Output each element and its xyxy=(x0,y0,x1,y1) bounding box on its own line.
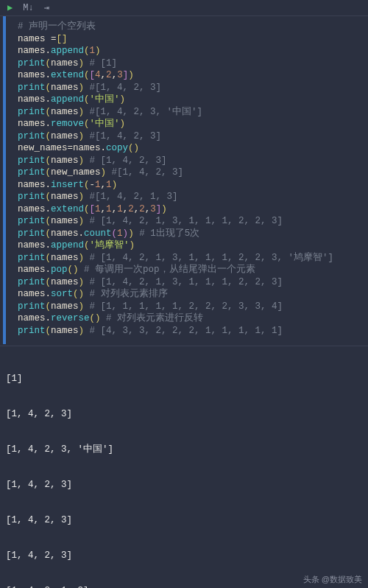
code-line: print(names) # [1, 1, 1, 1, 1, 2, 2, 2, … xyxy=(10,301,368,313)
notebook-toolbar: ▶ M↓ ⇥ xyxy=(0,0,368,16)
watermark: 头条 @数据致美 xyxy=(303,574,362,585)
code-line: print(names) #[1, 4, 2, 1, 3] xyxy=(10,191,368,203)
code-line: new_names=names.copy() xyxy=(10,142,368,155)
code-line: print(names) # [1, 4, 2, 1, 3, 1, 1, 1, … xyxy=(10,252,368,265)
code-line: print(names) #[1, 4, 2, 3] xyxy=(10,130,368,143)
cell-output: [1] [1, 4, 2, 3] [1, 4, 2, 3, '中国'] [1, … xyxy=(0,346,368,588)
code-line: names.reverse() # 对列表元素进行反转 xyxy=(10,312,368,325)
output-line: [1] xyxy=(6,373,362,385)
code-line: print(names.count(1)) # 1出现了5次 xyxy=(10,228,368,240)
code-cell[interactable]: # 声明一个空列表 names =[] names.append(1) prin… xyxy=(3,16,368,344)
code-line: print(names) # [1, 4, 2, 1, 3, 1, 1, 1, … xyxy=(10,215,368,228)
output-line: [1, 4, 2, 3] xyxy=(6,550,362,561)
code-line: names.extend([1,1,1,2,2,3]) xyxy=(10,203,368,216)
code-line: print(names) # [1, 4, 2, 3] xyxy=(10,155,368,167)
code-line: names =[] xyxy=(10,33,368,46)
code-line: names.extend([4,2,3]) xyxy=(10,69,368,82)
code-line: # 声明一个空列表 xyxy=(10,21,368,33)
code-line: names.remove('中国') xyxy=(10,118,368,130)
code-line: names.pop() # 每调用一次pop，从结尾弹出一个元素 xyxy=(10,264,368,276)
code-line: print(new_names) #[1, 4, 2, 3] xyxy=(10,167,368,179)
output-line: [1, 4, 2, 3] xyxy=(6,514,362,526)
output-line: [1, 4, 2, 1, 3] xyxy=(6,585,362,588)
code-line: print(names) #[1, 4, 2, 3] xyxy=(10,82,368,94)
output-line: [1, 4, 2, 3] xyxy=(6,408,362,420)
code-line: print(names) # [1, 4, 2, 1, 3, 1, 1, 1, … xyxy=(10,276,368,289)
code-line: print(names) #[1, 4, 2, 3, '中国'] xyxy=(10,106,368,119)
code-line: names.insert(-1,1) xyxy=(10,179,368,192)
output-line: [1, 4, 2, 3] xyxy=(6,479,362,491)
run-cell-icon[interactable]: ▶ xyxy=(7,4,13,13)
code-line: names.sort() # 对列表元素排序 xyxy=(10,288,368,301)
code-line: names.append('鸠摩智') xyxy=(10,239,368,252)
more-icon[interactable]: ⇥ xyxy=(44,4,49,13)
code-line: print(names) # [1] xyxy=(10,57,368,70)
code-line: names.append('中国') xyxy=(10,94,368,106)
output-line: [1, 4, 2, 3, '中国'] xyxy=(6,444,362,455)
code-line: print(names) # [4, 3, 3, 2, 2, 2, 1, 1, … xyxy=(10,325,368,337)
markdown-icon[interactable]: M↓ xyxy=(23,4,33,13)
code-line: names.append(1) xyxy=(10,45,368,57)
